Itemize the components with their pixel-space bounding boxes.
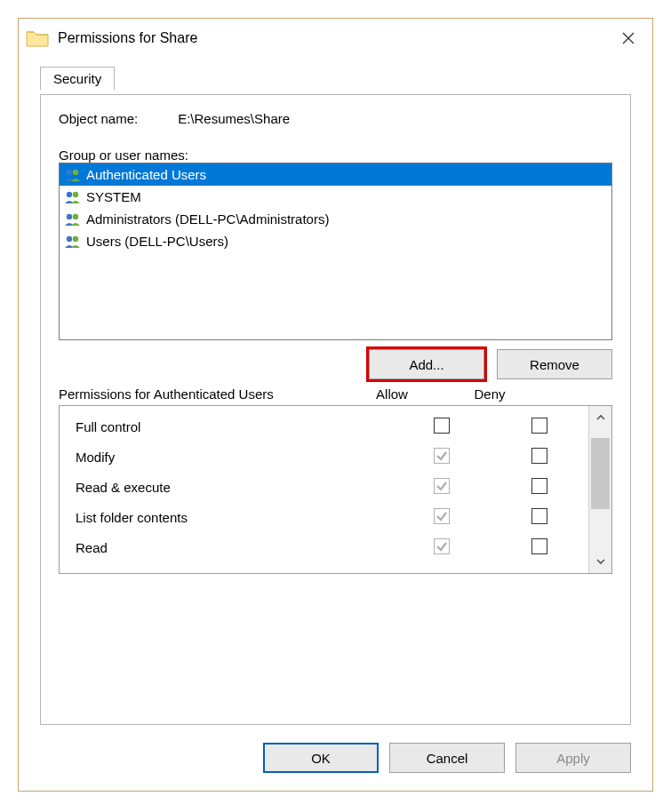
- window-title: Permissions for Share: [58, 30, 613, 46]
- apply-button[interactable]: Apply: [515, 743, 631, 773]
- permissions-list: Full controlModifyRead & executeList fol…: [60, 406, 588, 573]
- permissions-dialog: Permissions for Share Security Object na…: [18, 18, 653, 792]
- permission-row: List folder contents: [60, 502, 588, 532]
- svg-point-2: [67, 191, 72, 196]
- scroll-down-button[interactable]: [589, 550, 611, 573]
- column-header-allow: Allow: [343, 386, 441, 402]
- group-list-item[interactable]: SYSTEM: [60, 186, 611, 208]
- permission-allow-cell: [393, 418, 491, 436]
- object-name-value: E:\Resumes\Share: [178, 111, 290, 126]
- scroll-up-button[interactable]: [589, 406, 611, 429]
- permissions-header: Permissions for Authenticated Users Allo…: [59, 386, 612, 402]
- permission-name: Read: [76, 540, 393, 555]
- group-list-label: SYSTEM: [86, 189, 141, 204]
- dialog-body: Security Object name: E:\Resumes\Share G…: [19, 58, 652, 732]
- users-group-icon: [63, 234, 83, 250]
- group-listbox[interactable]: Authenticated UsersSYSTEMAdministrators …: [59, 163, 612, 340]
- group-list-item[interactable]: Authenticated Users: [60, 163, 611, 186]
- scroll-thumb[interactable]: [591, 438, 610, 509]
- tabstrip: Security: [40, 67, 631, 95]
- permission-allow-cell: [393, 448, 491, 466]
- svg-point-7: [73, 235, 78, 241]
- group-list-label: Authenticated Users: [86, 167, 206, 182]
- permission-checkbox[interactable]: [531, 508, 547, 524]
- group-list-item[interactable]: Users (DELL-PC\Users): [60, 230, 611, 252]
- permission-deny-cell: [491, 418, 588, 436]
- permission-name: Full control: [76, 419, 393, 434]
- permission-row: Read & execute: [60, 472, 588, 502]
- dialog-footer: OK Cancel Apply: [19, 732, 652, 791]
- svg-point-5: [73, 213, 78, 219]
- permission-deny-cell: [491, 508, 588, 527]
- permission-name: Read & execute: [76, 480, 393, 495]
- permission-name: List folder contents: [76, 510, 393, 525]
- permissions-title: Permissions for Authenticated Users: [59, 386, 343, 402]
- users-group-icon: [63, 211, 83, 227]
- permission-checkbox[interactable]: [434, 418, 450, 434]
- cancel-button[interactable]: Cancel: [389, 743, 505, 773]
- permission-checkbox[interactable]: [434, 508, 450, 524]
- permissions-box: Full controlModifyRead & executeList fol…: [59, 405, 612, 574]
- chevron-up-icon: [595, 412, 606, 423]
- object-name-row: Object name: E:\Resumes\Share: [59, 111, 612, 126]
- permission-row: Full control: [60, 411, 588, 442]
- permission-checkbox[interactable]: [531, 478, 547, 494]
- column-header-deny: Deny: [441, 386, 539, 402]
- permission-checkbox[interactable]: [531, 538, 547, 554]
- group-list-item[interactable]: Administrators (DELL-PC\Administrators): [60, 208, 611, 230]
- users-group-icon: [63, 167, 83, 183]
- group-label: Group or user names:: [59, 147, 612, 163]
- permission-allow-cell: [393, 508, 491, 527]
- users-group-icon: [63, 189, 83, 205]
- tab-security[interactable]: Security: [40, 67, 115, 91]
- svg-point-3: [73, 191, 78, 196]
- group-list-label: Users (DELL-PC\Users): [86, 234, 228, 249]
- permission-deny-cell: [491, 478, 588, 497]
- permission-checkbox[interactable]: [434, 448, 450, 464]
- permission-checkbox[interactable]: [531, 448, 547, 464]
- svg-point-6: [67, 235, 72, 241]
- permission-deny-cell: [491, 448, 588, 466]
- svg-point-4: [67, 213, 72, 219]
- remove-button[interactable]: Remove: [497, 349, 612, 379]
- scroll-track[interactable]: [589, 429, 611, 550]
- permission-checkbox[interactable]: [434, 478, 450, 494]
- security-panel: Object name: E:\Resumes\Share Group or u…: [40, 94, 631, 725]
- add-button[interactable]: Add...: [369, 349, 484, 379]
- ok-button[interactable]: OK: [263, 743, 379, 773]
- permission-name: Modify: [76, 450, 393, 465]
- group-list-label: Administrators (DELL-PC\Administrators): [86, 211, 329, 227]
- svg-point-1: [73, 169, 78, 174]
- svg-point-0: [67, 169, 72, 174]
- permission-row: Modify: [60, 442, 588, 472]
- folder-icon: [26, 28, 49, 48]
- permission-checkbox[interactable]: [531, 418, 547, 434]
- chevron-down-icon: [595, 556, 606, 567]
- close-button[interactable]: [613, 26, 643, 51]
- close-icon: [621, 31, 635, 45]
- permissions-scrollbar[interactable]: [588, 406, 611, 573]
- permission-allow-cell: [393, 478, 491, 497]
- permission-checkbox[interactable]: [434, 538, 450, 554]
- group-button-row: Add... Remove: [59, 349, 612, 379]
- object-name-label: Object name:: [59, 111, 174, 126]
- titlebar: Permissions for Share: [19, 19, 652, 58]
- permission-allow-cell: [393, 538, 491, 557]
- permission-row: Read: [60, 532, 588, 562]
- permission-deny-cell: [491, 538, 588, 557]
